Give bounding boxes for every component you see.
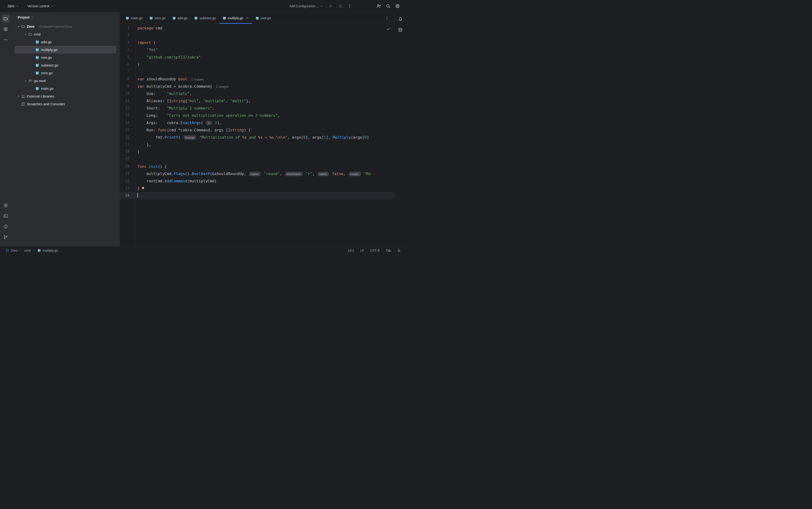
chevron-down-icon[interactable] [16,25,21,28]
code-line-15[interactable]: 15 Run: func(cmd *cobra.Command, args []… [120,127,394,134]
inspections-ok-icon[interactable] [387,27,390,31]
code-line-19[interactable]: 19 [120,156,394,163]
line-number[interactable]: 6 [120,61,136,68]
line-separator[interactable]: LF [360,249,364,252]
run-icon[interactable] [327,2,334,10]
code-line-18[interactable]: 18} [120,148,394,156]
file-encoding[interactable]: UTF-8 [370,249,380,252]
line-number[interactable]: 11 [120,97,136,105]
breadcrumb-multiply.go[interactable]: multiply.go [37,249,58,252]
lock-icon[interactable] [397,249,401,252]
line-number[interactable]: 18 [120,148,136,156]
line-number[interactable]: 5 [120,54,136,61]
tree-item-Zero[interactable]: Zero~/GolandProjects/Zero [14,23,116,30]
line-number[interactable]: 20 [120,163,136,170]
intention-bulb-icon[interactable] [141,186,145,190]
code-line-14[interactable]: 14 Args: cobra.ExactArgs( n: 2), [120,119,394,127]
line-number[interactable]: 19 [120,156,136,163]
tree-item-subtract.go[interactable]: subtract.go [14,61,116,69]
notifications-bell-icon[interactable] [396,15,404,23]
tab-add.go[interactable]: add.go [169,12,191,24]
caret-position[interactable]: 24:1 [348,249,354,252]
breadcrumb-Zero[interactable]: Zero [6,249,17,252]
chevron-right-icon[interactable] [16,95,21,98]
line-number[interactable]: 23 [120,185,136,192]
tree-item-cmd[interactable]: cmd [14,30,116,38]
line-number[interactable]: 15 [120,127,136,134]
code-line-12[interactable]: 12 Short: "Multiply 2 numbers", [120,105,394,112]
search-icon[interactable] [384,2,392,10]
line-number[interactable]: 4 [120,46,136,54]
breadcrumb-cmd[interactable]: cmd [25,249,31,252]
close-tab-icon[interactable] [246,16,249,20]
line-number[interactable]: 12 [120,105,136,112]
code-line-21[interactable]: 21 multiplyCmd.Flags().BoolVarP(&shouldR… [120,170,394,177]
code-line-2[interactable]: 2 [120,32,394,39]
database-icon[interactable] [396,26,404,34]
code-line-1[interactable]: 1package cmd [120,25,394,32]
project-menu-button[interactable]: Zero [6,3,21,9]
add-user-icon[interactable] [375,2,383,10]
line-number[interactable]: 16 [120,134,136,141]
code-editor[interactable]: 1package cmd23import (4 "fmt"5 "github.c… [120,24,394,246]
run-tool-icon[interactable] [2,201,10,209]
line-number[interactable]: 7 [120,68,136,75]
tab-multiply.go[interactable]: multiply.go [219,12,252,24]
tree-item-go.mod[interactable]: go.mod [14,77,116,84]
problems-icon[interactable] [2,223,10,231]
code-line-4[interactable]: 4 "fmt" [120,46,394,54]
code-line-16[interactable]: 16 fmt.Printf( format: "Multiplication o… [120,134,394,141]
tree-item-Scratches and Consoles[interactable]: Scratches and Consoles [14,100,116,108]
structure-icon[interactable] [2,25,10,33]
usages-hint[interactable]: 2 usages [191,77,204,81]
chevron-down-icon[interactable] [23,32,28,36]
code-line-23[interactable]: 23} [120,185,394,192]
code-line-17[interactable]: 17 }, [120,141,394,148]
chevron-right-icon[interactable] [23,79,28,82]
code-line-20[interactable]: 20func init() { [120,163,394,170]
run-configuration-select[interactable]: Add Configuration... [289,4,323,8]
tree-item-zero.go[interactable]: zero.go [14,69,116,77]
tree-item-add.go[interactable]: add.go [14,38,116,46]
line-number[interactable]: 22 [120,177,136,185]
tab-subtract.go[interactable]: subtract.go [191,12,219,24]
debug-icon[interactable] [337,2,344,10]
code-line-6[interactable]: 6) [120,61,394,68]
tree-item-multiply.go[interactable]: multiply.go [14,46,116,54]
code-line-24[interactable]: 24 [120,192,394,199]
settings-icon[interactable] [394,2,401,10]
line-number[interactable]: 17 [120,141,136,148]
indent-style[interactable]: Tab [386,249,391,252]
project-folder-icon[interactable] [2,14,10,23]
code-line-3[interactable]: 3import ( [120,39,394,46]
code-line-9[interactable]: 9var multiplyCmd = &cobra.Command{2 usag… [120,83,394,90]
code-line-7[interactable]: 7 [120,68,394,75]
tree-item-root.go[interactable]: root.go [14,54,116,61]
line-number[interactable]: 1 [120,25,136,32]
tab-main.go[interactable]: main.go [122,12,146,24]
more-icon[interactable] [346,2,353,10]
line-number[interactable]: 21 [120,170,136,177]
tree-item-main.go[interactable]: main.go [14,84,116,92]
line-number[interactable]: 10 [120,90,136,97]
code-line-5[interactable]: 5 "github.com/spf13/cobra" [120,54,394,61]
code-line-22[interactable]: 22 rootCmd.AddCommand(multiplyCmd) [120,177,394,185]
usages-hint[interactable]: 2 usages [216,85,229,88]
terminal-icon[interactable] [2,212,10,220]
line-number[interactable]: 3 [120,39,136,46]
line-number[interactable]: 14 [120,119,136,127]
line-number[interactable]: 13 [120,112,136,119]
code-line-10[interactable]: 10 Use: "multiply", [120,90,394,97]
tab-options-icon[interactable] [385,16,389,20]
line-number[interactable]: 2 [120,32,136,39]
git-branch-icon[interactable] [2,233,10,241]
line-number[interactable]: 24 [120,192,136,199]
project-panel-header[interactable]: Project [11,12,119,22]
code-line-11[interactable]: 11 Aliases: []string{"mul", "multiple", … [120,97,394,105]
tab-root.go[interactable]: root.go [252,12,275,24]
version-control-menu-button[interactable]: Version control [26,3,56,9]
line-number[interactable]: 8 [120,75,136,83]
tab-zero.go[interactable]: zero.go [146,12,169,24]
code-line-8[interactable]: 8var shouldRoundUp bool2 usages [120,75,394,83]
line-number[interactable]: 9 [120,83,136,90]
